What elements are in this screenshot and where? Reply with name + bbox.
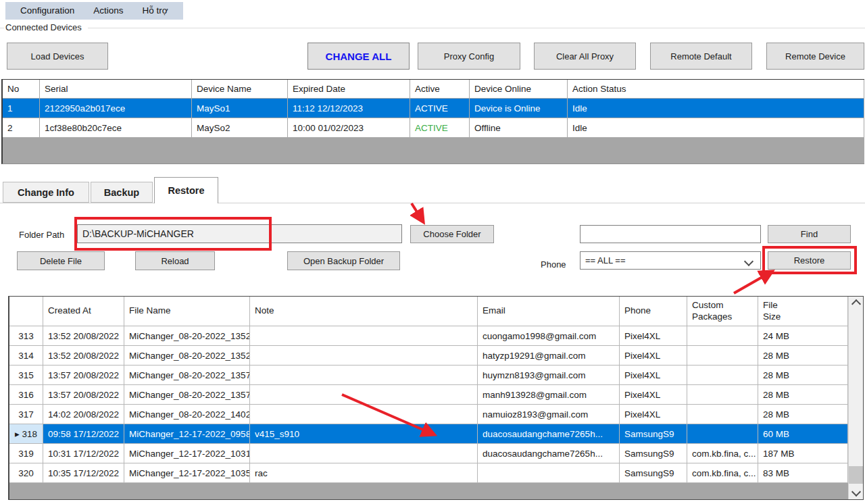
file-cell-packages[interactable] xyxy=(687,366,758,384)
file-column-header[interactable]: File Size xyxy=(758,297,848,326)
file-cell-file[interactable]: MiChanger_12-17-2022_103102_... xyxy=(124,444,250,463)
file-cell-packages[interactable] xyxy=(687,385,758,404)
device-cell-serial[interactable]: 1cf38e80b20c7ece xyxy=(40,118,192,137)
device-cell-online[interactable]: Offline xyxy=(470,118,568,137)
file-cell-num[interactable]: 313 xyxy=(9,326,43,345)
find-button[interactable]: Find xyxy=(768,225,851,243)
file-cell-size[interactable]: 187 MB xyxy=(758,444,848,463)
device-column-header[interactable]: Device Online xyxy=(470,80,568,98)
file-cell-phone[interactable]: SamsungS9 xyxy=(620,463,687,482)
device-cell-active[interactable]: ACTIVE xyxy=(410,118,470,137)
file-cell-created[interactable]: 13:57 20/08/2022 xyxy=(43,366,124,384)
file-cell-packages[interactable] xyxy=(687,326,758,345)
file-cell-packages[interactable]: com.kb.fina, c... xyxy=(687,444,758,463)
file-column-header[interactable]: Custom Packages xyxy=(687,297,758,326)
file-cell-num[interactable]: 319 xyxy=(9,444,43,463)
find-input[interactable] xyxy=(580,225,761,243)
device-column-header[interactable]: Expired Date xyxy=(288,80,410,98)
file-cell-created[interactable]: 10:31 17/12/2022 xyxy=(43,444,124,463)
file-column-header[interactable]: Note xyxy=(250,297,478,326)
file-cell-size[interactable]: 28 MB xyxy=(758,385,848,404)
file-cell-num[interactable]: 316 xyxy=(9,385,43,404)
scroll-down-button[interactable] xyxy=(849,484,863,499)
backup-file-row[interactable]: 31910:31 17/12/2022MiChanger_12-17-2022_… xyxy=(9,444,848,463)
device-column-header[interactable]: Active xyxy=(410,80,470,98)
file-cell-note[interactable] xyxy=(250,385,478,404)
file-cell-num[interactable]: 320 xyxy=(9,463,43,482)
file-cell-created[interactable]: 13:52 20/08/2022 xyxy=(43,346,124,365)
file-cell-size[interactable]: 28 MB xyxy=(758,366,848,384)
device-cell-no[interactable]: 1 xyxy=(3,99,40,118)
tab-restore[interactable]: Restore xyxy=(154,177,218,203)
file-cell-size[interactable]: 24 MB xyxy=(758,326,848,345)
file-cell-packages[interactable] xyxy=(687,346,758,365)
backup-file-row[interactable]: ▸ 31809:58 17/12/2022MiChanger_12-17-202… xyxy=(9,424,848,444)
file-cell-created[interactable]: 10:35 17/12/2022 xyxy=(43,463,124,482)
file-cell-email[interactable]: duacosaudangchame7265h... xyxy=(478,444,620,463)
device-row[interactable]: 21cf38e80b20c7eceMaySo210:00 01/02/2023A… xyxy=(3,118,864,138)
file-cell-created[interactable]: 09:58 17/12/2022 xyxy=(43,424,124,443)
file-cell-file[interactable]: MiChanger_08-20-2022_135227_... xyxy=(124,346,250,365)
file-cell-note[interactable] xyxy=(250,346,478,365)
file-cell-email[interactable]: huymzn8193@gmail.com xyxy=(478,366,620,384)
device-column-header[interactable]: Device Name xyxy=(192,80,288,98)
change-all-button[interactable]: CHANGE ALL xyxy=(307,43,410,70)
choose-folder-button[interactable]: Choose Folder xyxy=(410,225,494,243)
device-column-header[interactable]: No xyxy=(3,80,40,98)
tab-backup[interactable]: Backup xyxy=(91,182,153,203)
file-column-header[interactable]: Email xyxy=(478,297,620,326)
file-cell-num[interactable]: 314 xyxy=(9,346,43,365)
file-cell-size[interactable]: 83 MB xyxy=(758,463,848,482)
device-cell-device_name[interactable]: MaySo2 xyxy=(192,118,288,137)
file-cell-email[interactable] xyxy=(478,463,620,482)
file-column-header[interactable]: Phone xyxy=(620,297,687,326)
remote-device-button[interactable]: Remote Device xyxy=(766,43,864,70)
file-cell-size[interactable]: 60 MB xyxy=(758,424,848,443)
file-cell-phone[interactable]: SamsungS9 xyxy=(620,444,687,463)
file-cell-created[interactable]: 13:52 20/08/2022 xyxy=(43,326,124,345)
file-cell-packages[interactable] xyxy=(687,405,758,424)
file-column-header[interactable]: Created At xyxy=(43,297,124,326)
file-cell-note[interactable]: v415_s910 xyxy=(250,424,478,443)
file-cell-packages[interactable]: com.kb.fina, c... xyxy=(687,463,758,482)
file-cell-phone[interactable]: Pixel4XL xyxy=(620,366,687,384)
file-column-header[interactable] xyxy=(9,297,43,326)
open-backup-folder-button[interactable]: Open Backup Folder xyxy=(287,251,400,270)
file-cell-email[interactable]: cuongamo1998@gmail.com xyxy=(478,326,620,345)
file-cell-email[interactable]: manh913928@gmail.com xyxy=(478,385,620,404)
scroll-up-button[interactable] xyxy=(849,297,863,311)
file-cell-note[interactable] xyxy=(250,366,478,384)
file-cell-phone[interactable]: Pixel4XL xyxy=(620,326,687,345)
load-devices-button[interactable]: Load Devices xyxy=(7,43,108,70)
file-cell-email[interactable]: duacosaudangchame7265h... xyxy=(478,424,620,443)
file-cell-phone[interactable]: Pixel4XL xyxy=(620,405,687,424)
file-cell-file[interactable]: MiChanger_08-20-2022_140223_... xyxy=(124,405,250,424)
file-cell-note[interactable] xyxy=(250,405,478,424)
file-cell-email[interactable]: namuioz8193@gmail.com xyxy=(478,405,620,424)
device-cell-status[interactable]: Idle xyxy=(568,99,864,118)
device-cell-expired[interactable]: 10:00 01/02/2023 xyxy=(288,118,410,137)
proxy-config-button[interactable]: Proxy Config xyxy=(418,43,520,70)
device-row[interactable]: 12122950a2b017eceMaySo111:12 12/12/2023A… xyxy=(3,99,864,118)
file-cell-size[interactable]: 28 MB xyxy=(758,346,848,365)
backup-file-row[interactable]: 31714:02 20/08/2022MiChanger_08-20-2022_… xyxy=(9,405,848,424)
file-cell-note[interactable] xyxy=(250,444,478,463)
file-cell-note[interactable] xyxy=(250,326,478,345)
file-cell-num[interactable]: ▸ 318 xyxy=(9,424,43,443)
remote-default-button[interactable]: Remote Default xyxy=(650,43,752,70)
file-cell-file[interactable]: MiChanger_08-20-2022_135215_... xyxy=(124,326,250,345)
backup-file-row[interactable]: 31313:52 20/08/2022MiChanger_08-20-2022_… xyxy=(9,326,848,346)
backup-file-row[interactable]: 31513:57 20/08/2022MiChanger_08-20-2022_… xyxy=(9,366,848,385)
backup-file-row[interactable]: 31613:57 20/08/2022MiChanger_08-20-2022_… xyxy=(9,385,848,405)
phone-dropdown[interactable]: == ALL == xyxy=(580,251,761,270)
file-cell-phone[interactable]: Pixel4XL xyxy=(620,385,687,404)
file-cell-email[interactable]: hatyzp19291@gmail.com xyxy=(478,346,620,365)
backup-file-row[interactable]: 32010:35 17/12/2022MiChanger_12-17-2022_… xyxy=(9,463,848,483)
device-cell-expired[interactable]: 11:12 12/12/2023 xyxy=(288,99,410,118)
file-cell-created[interactable]: 14:02 20/08/2022 xyxy=(43,405,124,424)
reload-button[interactable]: Reload xyxy=(135,251,215,270)
device-cell-online[interactable]: Device is Online xyxy=(470,99,568,118)
file-cell-phone[interactable]: SamsungS9 xyxy=(620,424,687,443)
device-column-header[interactable]: Serial xyxy=(40,80,192,98)
backup-file-row[interactable]: 31413:52 20/08/2022MiChanger_08-20-2022_… xyxy=(9,346,848,366)
